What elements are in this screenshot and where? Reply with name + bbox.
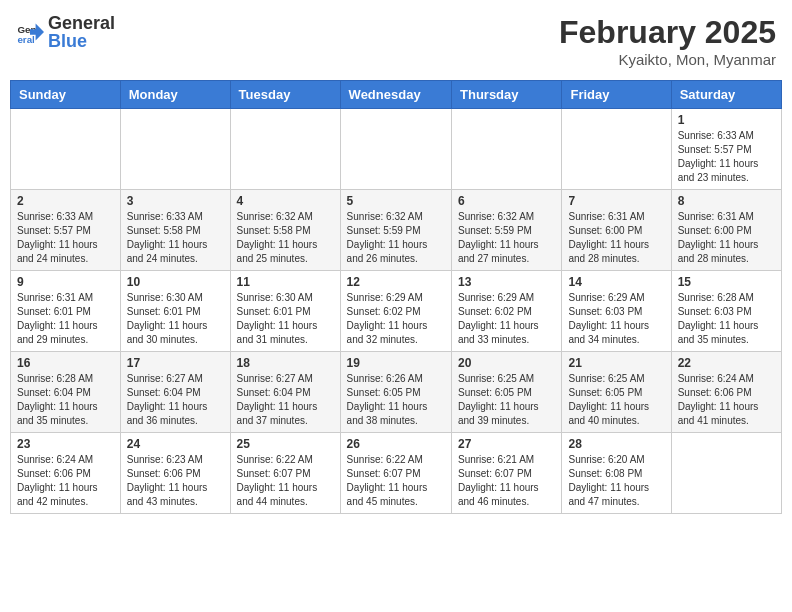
calendar-cell: 11Sunrise: 6:30 AM Sunset: 6:01 PM Dayli… — [230, 271, 340, 352]
day-info: Sunrise: 6:29 AM Sunset: 6:03 PM Dayligh… — [568, 291, 664, 347]
calendar-cell: 12Sunrise: 6:29 AM Sunset: 6:02 PM Dayli… — [340, 271, 451, 352]
calendar-cell: 4Sunrise: 6:32 AM Sunset: 5:58 PM Daylig… — [230, 190, 340, 271]
day-info: Sunrise: 6:22 AM Sunset: 6:07 PM Dayligh… — [237, 453, 334, 509]
logo-icon: Gen eral — [16, 18, 44, 46]
calendar-week-row: 2Sunrise: 6:33 AM Sunset: 5:57 PM Daylig… — [11, 190, 782, 271]
day-info: Sunrise: 6:30 AM Sunset: 6:01 PM Dayligh… — [127, 291, 224, 347]
calendar-cell: 15Sunrise: 6:28 AM Sunset: 6:03 PM Dayli… — [671, 271, 781, 352]
day-info: Sunrise: 6:33 AM Sunset: 5:58 PM Dayligh… — [127, 210, 224, 266]
day-number: 23 — [17, 437, 114, 451]
day-number: 27 — [458, 437, 555, 451]
calendar-cell: 26Sunrise: 6:22 AM Sunset: 6:07 PM Dayli… — [340, 433, 451, 514]
calendar-cell: 8Sunrise: 6:31 AM Sunset: 6:00 PM Daylig… — [671, 190, 781, 271]
day-info: Sunrise: 6:20 AM Sunset: 6:08 PM Dayligh… — [568, 453, 664, 509]
calendar-cell: 7Sunrise: 6:31 AM Sunset: 6:00 PM Daylig… — [562, 190, 671, 271]
calendar-cell: 22Sunrise: 6:24 AM Sunset: 6:06 PM Dayli… — [671, 352, 781, 433]
day-number: 28 — [568, 437, 664, 451]
day-number: 13 — [458, 275, 555, 289]
day-info: Sunrise: 6:27 AM Sunset: 6:04 PM Dayligh… — [127, 372, 224, 428]
logo: Gen eral General Blue — [16, 14, 115, 50]
calendar-cell: 20Sunrise: 6:25 AM Sunset: 6:05 PM Dayli… — [452, 352, 562, 433]
calendar-cell: 17Sunrise: 6:27 AM Sunset: 6:04 PM Dayli… — [120, 352, 230, 433]
calendar-cell — [671, 433, 781, 514]
col-header-sunday: Sunday — [11, 81, 121, 109]
calendar-week-row: 23Sunrise: 6:24 AM Sunset: 6:06 PM Dayli… — [11, 433, 782, 514]
day-number: 12 — [347, 275, 445, 289]
day-info: Sunrise: 6:33 AM Sunset: 5:57 PM Dayligh… — [678, 129, 775, 185]
day-number: 11 — [237, 275, 334, 289]
day-number: 22 — [678, 356, 775, 370]
calendar-cell: 18Sunrise: 6:27 AM Sunset: 6:04 PM Dayli… — [230, 352, 340, 433]
day-number: 19 — [347, 356, 445, 370]
calendar-cell: 14Sunrise: 6:29 AM Sunset: 6:03 PM Dayli… — [562, 271, 671, 352]
calendar-cell: 10Sunrise: 6:30 AM Sunset: 6:01 PM Dayli… — [120, 271, 230, 352]
day-number: 17 — [127, 356, 224, 370]
day-info: Sunrise: 6:31 AM Sunset: 6:00 PM Dayligh… — [678, 210, 775, 266]
day-info: Sunrise: 6:32 AM Sunset: 5:59 PM Dayligh… — [458, 210, 555, 266]
day-info: Sunrise: 6:26 AM Sunset: 6:05 PM Dayligh… — [347, 372, 445, 428]
day-info: Sunrise: 6:29 AM Sunset: 6:02 PM Dayligh… — [347, 291, 445, 347]
calendar-cell: 23Sunrise: 6:24 AM Sunset: 6:06 PM Dayli… — [11, 433, 121, 514]
logo-blue-text: Blue — [48, 32, 115, 50]
day-info: Sunrise: 6:25 AM Sunset: 6:05 PM Dayligh… — [568, 372, 664, 428]
calendar-cell: 27Sunrise: 6:21 AM Sunset: 6:07 PM Dayli… — [452, 433, 562, 514]
day-number: 3 — [127, 194, 224, 208]
calendar-cell: 25Sunrise: 6:22 AM Sunset: 6:07 PM Dayli… — [230, 433, 340, 514]
calendar-week-row: 16Sunrise: 6:28 AM Sunset: 6:04 PM Dayli… — [11, 352, 782, 433]
calendar-cell: 19Sunrise: 6:26 AM Sunset: 6:05 PM Dayli… — [340, 352, 451, 433]
day-number: 6 — [458, 194, 555, 208]
calendar-cell: 24Sunrise: 6:23 AM Sunset: 6:06 PM Dayli… — [120, 433, 230, 514]
day-info: Sunrise: 6:21 AM Sunset: 6:07 PM Dayligh… — [458, 453, 555, 509]
calendar-cell — [452, 109, 562, 190]
title-block: February 2025 Kyaikto, Mon, Myanmar — [559, 14, 776, 68]
day-info: Sunrise: 6:33 AM Sunset: 5:57 PM Dayligh… — [17, 210, 114, 266]
calendar-cell: 28Sunrise: 6:20 AM Sunset: 6:08 PM Dayli… — [562, 433, 671, 514]
day-number: 2 — [17, 194, 114, 208]
calendar-cell: 6Sunrise: 6:32 AM Sunset: 5:59 PM Daylig… — [452, 190, 562, 271]
day-number: 21 — [568, 356, 664, 370]
calendar-cell — [11, 109, 121, 190]
calendar-cell — [120, 109, 230, 190]
col-header-thursday: Thursday — [452, 81, 562, 109]
day-info: Sunrise: 6:31 AM Sunset: 6:00 PM Dayligh… — [568, 210, 664, 266]
calendar-cell: 16Sunrise: 6:28 AM Sunset: 6:04 PM Dayli… — [11, 352, 121, 433]
day-number: 20 — [458, 356, 555, 370]
day-number: 9 — [17, 275, 114, 289]
day-number: 8 — [678, 194, 775, 208]
day-number: 26 — [347, 437, 445, 451]
col-header-wednesday: Wednesday — [340, 81, 451, 109]
day-number: 18 — [237, 356, 334, 370]
day-number: 1 — [678, 113, 775, 127]
day-info: Sunrise: 6:28 AM Sunset: 6:03 PM Dayligh… — [678, 291, 775, 347]
main-title: February 2025 — [559, 14, 776, 51]
svg-text:eral: eral — [17, 34, 35, 45]
day-info: Sunrise: 6:30 AM Sunset: 6:01 PM Dayligh… — [237, 291, 334, 347]
calendar-cell — [340, 109, 451, 190]
logo-general-text: General — [48, 14, 115, 32]
day-number: 24 — [127, 437, 224, 451]
day-number: 10 — [127, 275, 224, 289]
col-header-saturday: Saturday — [671, 81, 781, 109]
day-info: Sunrise: 6:32 AM Sunset: 5:58 PM Dayligh… — [237, 210, 334, 266]
calendar-cell: 1Sunrise: 6:33 AM Sunset: 5:57 PM Daylig… — [671, 109, 781, 190]
calendar-cell: 5Sunrise: 6:32 AM Sunset: 5:59 PM Daylig… — [340, 190, 451, 271]
col-header-monday: Monday — [120, 81, 230, 109]
calendar-cell: 9Sunrise: 6:31 AM Sunset: 6:01 PM Daylig… — [11, 271, 121, 352]
day-info: Sunrise: 6:22 AM Sunset: 6:07 PM Dayligh… — [347, 453, 445, 509]
day-info: Sunrise: 6:24 AM Sunset: 6:06 PM Dayligh… — [678, 372, 775, 428]
day-number: 14 — [568, 275, 664, 289]
sub-title: Kyaikto, Mon, Myanmar — [559, 51, 776, 68]
calendar-header-row: SundayMondayTuesdayWednesdayThursdayFrid… — [11, 81, 782, 109]
calendar-cell: 3Sunrise: 6:33 AM Sunset: 5:58 PM Daylig… — [120, 190, 230, 271]
day-info: Sunrise: 6:32 AM Sunset: 5:59 PM Dayligh… — [347, 210, 445, 266]
calendar-week-row: 9Sunrise: 6:31 AM Sunset: 6:01 PM Daylig… — [11, 271, 782, 352]
calendar-cell: 21Sunrise: 6:25 AM Sunset: 6:05 PM Dayli… — [562, 352, 671, 433]
day-number: 5 — [347, 194, 445, 208]
col-header-friday: Friday — [562, 81, 671, 109]
calendar-week-row: 1Sunrise: 6:33 AM Sunset: 5:57 PM Daylig… — [11, 109, 782, 190]
col-header-tuesday: Tuesday — [230, 81, 340, 109]
day-info: Sunrise: 6:31 AM Sunset: 6:01 PM Dayligh… — [17, 291, 114, 347]
day-number: 15 — [678, 275, 775, 289]
calendar-cell: 13Sunrise: 6:29 AM Sunset: 6:02 PM Dayli… — [452, 271, 562, 352]
day-info: Sunrise: 6:25 AM Sunset: 6:05 PM Dayligh… — [458, 372, 555, 428]
